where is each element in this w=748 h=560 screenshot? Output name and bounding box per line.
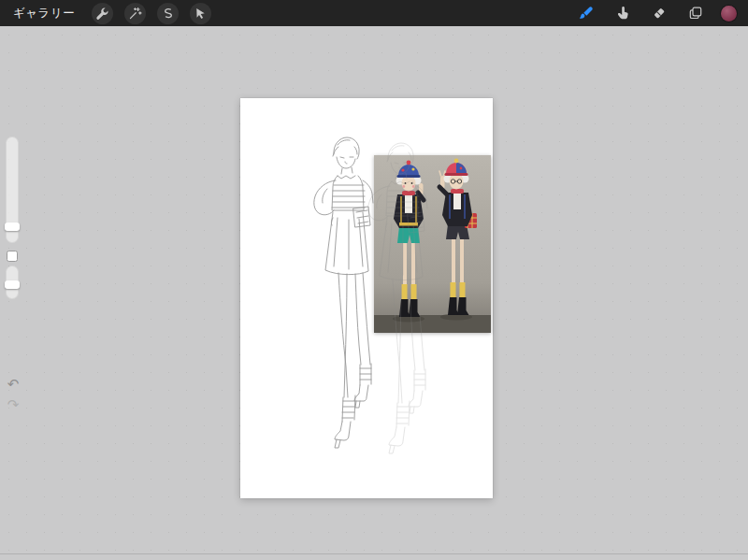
transform-arrow-icon bbox=[194, 7, 208, 21]
smudge-button[interactable] bbox=[611, 3, 633, 24]
erase-button[interactable] bbox=[648, 3, 669, 24]
gallery-button[interactable]: ギャラリー bbox=[11, 6, 80, 22]
paintbrush-icon bbox=[578, 6, 594, 22]
selection-s-icon bbox=[161, 7, 175, 21]
layers-button[interactable] bbox=[684, 3, 706, 24]
canvas-workspace[interactable]: ↶ ↷ bbox=[0, 26, 748, 560]
paint-button[interactable] bbox=[575, 3, 597, 24]
topbar: ギャラリー bbox=[0, 0, 748, 26]
drawing-canvas[interactable] bbox=[240, 98, 493, 498]
opacity-handle[interactable] bbox=[5, 280, 20, 289]
transform-button[interactable] bbox=[190, 3, 211, 24]
selection-button[interactable] bbox=[157, 3, 179, 24]
redo-icon[interactable]: ↷ bbox=[5, 396, 22, 413]
smudge-finger-icon bbox=[615, 6, 630, 21]
brush-size-slider[interactable] bbox=[6, 136, 19, 243]
topbar-right-tools bbox=[575, 3, 737, 24]
color-swatch[interactable] bbox=[721, 6, 737, 22]
magic-wand-icon bbox=[128, 7, 142, 21]
brush-size-handle[interactable] bbox=[5, 223, 20, 231]
eraser-icon bbox=[652, 6, 667, 21]
undo-icon[interactable]: ↶ bbox=[5, 376, 22, 393]
wrench-icon bbox=[95, 7, 109, 21]
opacity-slider[interactable] bbox=[6, 266, 19, 299]
modify-button[interactable] bbox=[7, 251, 18, 262]
adjustments-button[interactable] bbox=[124, 3, 146, 24]
bottom-edge-line bbox=[0, 553, 748, 554]
actions-button[interactable] bbox=[92, 3, 113, 24]
layers-icon bbox=[688, 6, 703, 21]
procreate-app: ギャラリー bbox=[0, 0, 748, 560]
topbar-left-tools: ギャラリー bbox=[11, 3, 211, 24]
reference-image[interactable] bbox=[374, 155, 491, 333]
